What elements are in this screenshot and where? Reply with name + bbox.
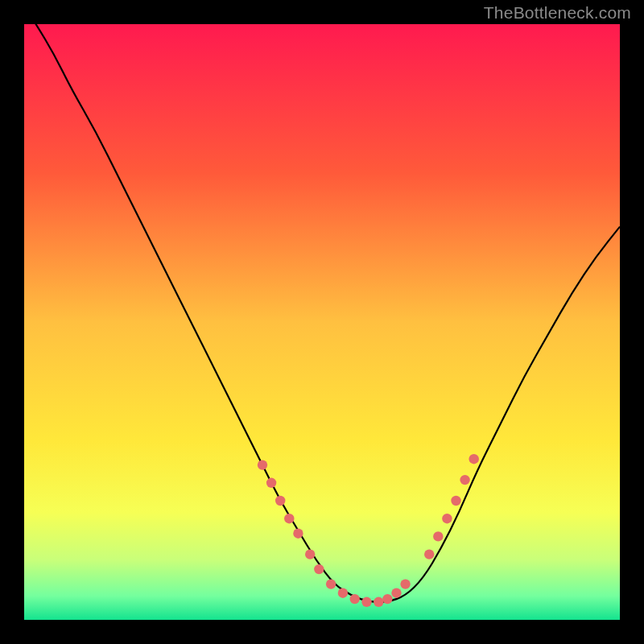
watermark-text: TheBottleneck.com <box>484 3 631 23</box>
chart-container: TheBottleneck.com <box>0 0 644 644</box>
bottleneck-chart-canvas <box>0 0 644 644</box>
